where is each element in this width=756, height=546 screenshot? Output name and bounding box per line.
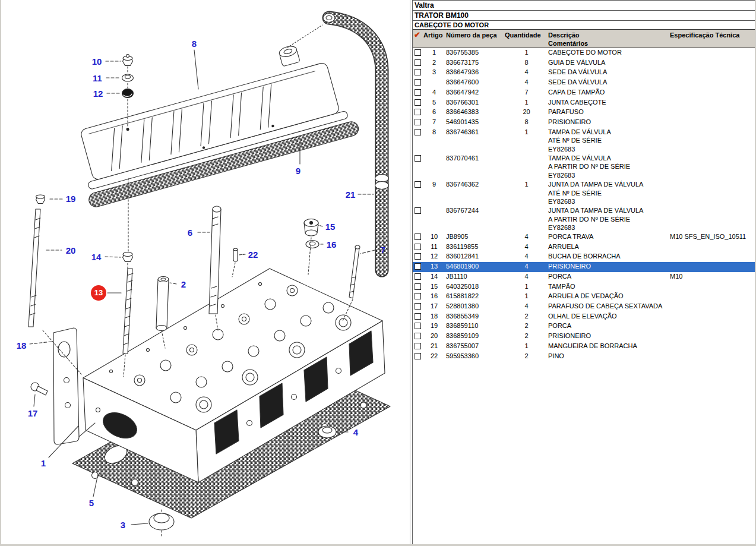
callout-16[interactable]: 16 [327,239,337,250]
breather-hose [323,14,389,271]
row-checkbox[interactable] [415,99,421,106]
spec-cell [670,352,756,362]
callout-17[interactable]: 17 [28,408,38,418]
part-number-cell: 836859109 [446,332,505,342]
artigo-cell: 7 [422,118,446,128]
callout-20[interactable]: 20 [66,245,76,255]
part-row[interactable]: 188368553492OLHAL DE ELEVAÇÃO [413,312,756,322]
part-row[interactable]: 175288013804PARAFUSO DE CABEÇA SEXTAVADA [413,302,756,312]
part-row[interactable]: 28366731758GUIA DE VÁLVULA [413,58,756,68]
artigo-cell [422,206,446,232]
row-checkbox[interactable] [415,129,421,135]
row-checkbox[interactable] [415,155,421,162]
row-checkbox[interactable] [415,353,421,359]
description-cell: SEDE DA VÁLVULA [548,68,670,78]
row-checkbox[interactable] [415,343,421,349]
row-checkbox[interactable] [415,69,421,75]
part-row[interactable]: 38366479364SEDE DA VÁLVULA [413,68,756,78]
callout-12[interactable]: 12 [93,89,103,99]
row-checkbox[interactable] [415,333,421,339]
part-row[interactable]: 135468019004PRISIONEIRO [413,262,756,272]
part-row[interactable]: 837070461TAMPA DE VÁLVULA A PARTIR DO Nº… [413,154,756,180]
description-cell: TAMPÃO [548,282,670,292]
part-number-cell: 546801900 [446,262,505,272]
row-checkbox[interactable] [415,303,421,310]
callout-8[interactable]: 8 [192,39,197,49]
part-row[interactable]: 166158818221ARRUELA DE VEDAÇÃO [413,292,756,302]
column-header-comments-line2: Comentários [548,39,670,48]
part-row[interactable]: 14JB11104PORCAM10 [413,272,756,282]
row-checkbox[interactable] [415,109,421,115]
row-checkbox[interactable] [415,79,421,86]
callout-11[interactable]: 11 [93,73,102,83]
row-checkbox[interactable] [415,253,421,260]
column-header-artigo[interactable]: Artigo [422,30,446,48]
row-checkbox[interactable] [415,89,421,96]
row-checkbox[interactable] [415,233,421,240]
part-row[interactable]: 98367463621JUNTA DA TAMPA DE VÁLVULA ATÉ… [413,180,756,206]
part-row[interactable]: 836767244JUNTA DA TAMPA DE VÁLVULA A PAR… [413,206,756,232]
row-checkbox-cell [413,352,422,362]
spec-cell [670,68,756,78]
part-row[interactable]: 218367550071MANGUEIRA DE BORRACHA [413,342,756,352]
callout-4[interactable]: 4 [353,427,358,437]
part-row[interactable]: 208368591092PRISIONEIRO [413,332,756,342]
row-checkbox[interactable] [415,207,421,214]
row-checkbox[interactable] [415,313,421,320]
part-number-cell: 836767244 [446,206,505,232]
spec-cell [670,78,756,88]
part-number-cell: JB8905 [446,232,505,242]
callout-10[interactable]: 10 [92,56,102,67]
callout-22[interactable]: 22 [248,250,258,260]
select-all-header[interactable]: ✔ [413,30,422,48]
part-row[interactable]: 8366476004SEDE DA VÁLVULA [413,78,756,88]
callout-18[interactable]: 18 [17,340,27,351]
callout-19[interactable]: 19 [66,194,76,204]
callout-13-highlighted[interactable]: 13 [91,285,106,301]
callout-3[interactable]: 3 [121,520,125,530]
column-header-quantity[interactable]: Quantidade [505,30,548,48]
row-checkbox-cell [413,128,422,154]
row-checkbox[interactable] [415,293,421,299]
column-header-description[interactable]: Descrição Comentários [548,30,670,48]
part-row[interactable]: 18367553851CABEÇOTE DO MOTOR [413,48,756,58]
row-checkbox[interactable] [415,263,421,270]
spec-cell [670,180,756,206]
part-row[interactable]: 128360128414BUCHA DE BORRACHA [413,252,756,262]
column-header-part-number[interactable]: Número da peça [446,30,505,48]
part-row[interactable]: 10JB89054PORCA TRAVAM10 SFS_EN_ISO_10511 [413,232,756,242]
part-row[interactable]: 198368591102PORCA [413,321,756,332]
callout-2[interactable]: 2 [181,279,186,289]
callout-9[interactable]: 9 [296,166,300,176]
callout-6[interactable]: 6 [188,228,192,238]
row-checkbox[interactable] [415,49,421,56]
row-checkbox[interactable] [415,59,421,66]
row-checkbox[interactable] [415,273,421,280]
row-checkbox[interactable] [415,181,421,188]
part-row[interactable]: 118361198554ARRUELA [413,242,756,253]
row-checkbox[interactable] [415,244,421,250]
artigo-cell: 15 [422,282,446,292]
part-row[interactable]: 225959533602PINO [413,352,756,362]
row-checkbox-cell [413,302,422,312]
row-checkbox-cell [413,292,422,302]
part-row[interactable]: 88367463611TAMPA DE VÁLVULA ATÉ Nº DE SÉ… [413,128,756,154]
callout-15[interactable]: 15 [325,222,336,232]
callout-7[interactable]: 7 [381,245,385,255]
callout-1[interactable]: 1 [41,458,46,468]
part-number-cell: 837070461 [446,154,505,180]
column-header-spec[interactable]: Especificação Técnica [670,30,756,48]
part-row[interactable]: 48366479427CAPA DE TAMPÃO [413,88,756,98]
row-checkbox[interactable] [415,323,421,329]
part-row[interactable]: 58367663011JUNTA CABEÇOTE [413,98,756,108]
part-row[interactable]: 156403250181TAMPÃO [413,282,756,292]
callout-21[interactable]: 21 [346,190,356,200]
callout-14[interactable]: 14 [91,252,102,262]
row-checkbox[interactable] [415,283,421,290]
row-checkbox-cell [413,78,422,88]
description-cell: JUNTA DA TAMPA DE VÁLVULA A PARTIR DO Nº… [548,206,670,232]
part-row[interactable]: 683664638320PARAFUSO [413,108,756,118]
row-checkbox[interactable] [415,119,421,125]
part-row[interactable]: 75469014358PRISIONEIRO [413,118,756,128]
callout-5[interactable]: 5 [89,498,94,508]
